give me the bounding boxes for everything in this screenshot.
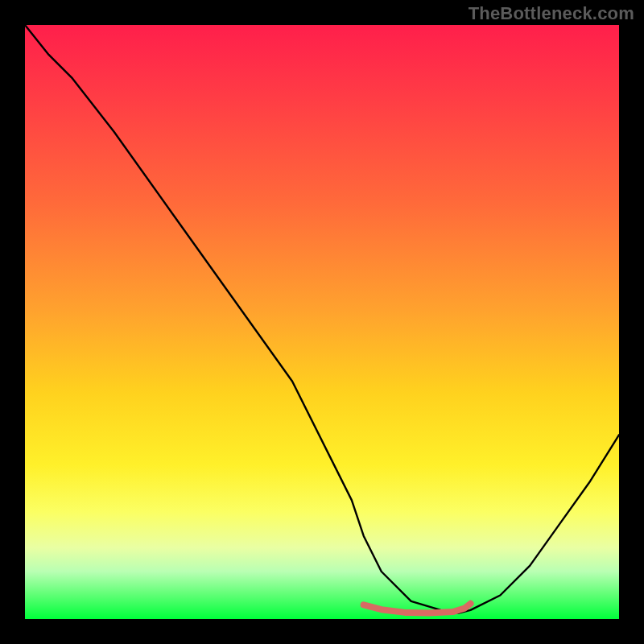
chart-frame: TheBottleneck.com [0,0,644,644]
accent-floor-segment [364,604,471,613]
main-curve [25,25,619,613]
plot-area [25,25,619,619]
curve-svg [25,25,619,619]
watermark-text: TheBottleneck.com [469,3,634,24]
